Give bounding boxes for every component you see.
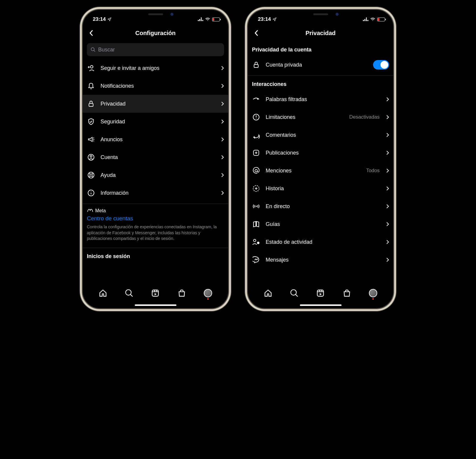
user-circle-icon <box>87 154 95 161</box>
avatar <box>204 289 212 297</box>
row-privacy[interactable]: Privacidad <box>83 95 228 113</box>
row-hidden-words[interactable]: Palabras filtradas <box>252 90 389 108</box>
wifi-icon <box>370 18 375 21</box>
row-label: Ayuda <box>101 172 216 178</box>
chevron-left-icon <box>254 30 259 36</box>
row-label: Notificaciones <box>101 83 216 89</box>
svg-point-22 <box>372 20 373 21</box>
home-indicator[interactable] <box>300 304 342 306</box>
svg-point-24 <box>257 98 258 100</box>
svg-point-6 <box>91 48 94 51</box>
lock-icon <box>252 61 260 68</box>
row-mentions[interactable]: Menciones Todos <box>252 162 389 180</box>
home-icon <box>264 289 272 297</box>
search-icon <box>290 289 298 297</box>
svg-rect-19 <box>366 18 367 19</box>
search-input[interactable]: Buscar <box>87 43 224 56</box>
story-icon <box>252 185 260 192</box>
settings-content: Buscar Seguir e invitar a amigos Notific… <box>83 41 228 284</box>
tab-search[interactable] <box>289 289 299 297</box>
back-button[interactable] <box>252 29 261 37</box>
row-notifications[interactable]: Notificaciones <box>87 77 224 95</box>
row-activity-status[interactable]: Estado de actividad <box>252 233 389 251</box>
row-about[interactable]: Información <box>87 184 224 202</box>
svg-rect-16 <box>152 290 159 296</box>
svg-rect-8 <box>89 103 93 106</box>
tab-reels[interactable] <box>151 289 160 297</box>
bell-icon <box>87 82 95 89</box>
tab-profile[interactable] <box>203 289 213 297</box>
row-label: Publicaciones <box>266 150 381 156</box>
row-label: Menciones <box>266 168 361 174</box>
row-comments[interactable]: Comentarios <box>252 126 389 144</box>
row-value: Todos <box>366 168 380 174</box>
row-ads[interactable]: Anuncios <box>87 131 224 148</box>
tab-profile[interactable] <box>368 289 378 297</box>
tab-home[interactable] <box>98 289 108 297</box>
tab-bar <box>83 284 228 308</box>
reels-icon <box>316 289 325 297</box>
live-icon <box>252 203 260 210</box>
tab-shop[interactable] <box>342 289 352 297</box>
meta-icon <box>87 209 93 213</box>
tab-bar <box>248 284 393 308</box>
svg-rect-18 <box>364 19 365 21</box>
svg-point-31 <box>253 239 256 242</box>
tab-reels[interactable] <box>316 289 325 297</box>
chevron-right-icon <box>386 204 389 209</box>
row-label: Limitaciones <box>266 114 344 120</box>
hidden-words-icon <box>252 95 260 103</box>
row-security[interactable]: Seguridad <box>87 113 224 131</box>
row-guides[interactable]: Guías <box>252 215 389 233</box>
row-story[interactable]: Historia <box>252 180 389 197</box>
row-posts[interactable]: Publicaciones <box>252 144 389 162</box>
activity-status-icon <box>252 238 260 246</box>
row-messages[interactable]: Mensajes <box>252 251 389 269</box>
row-private-account: Cuenta privada <box>252 56 389 74</box>
chevron-right-icon <box>221 137 224 142</box>
search-icon <box>125 289 133 297</box>
home-indicator[interactable] <box>135 304 176 306</box>
chevron-right-icon <box>221 155 224 160</box>
private-account-toggle[interactable] <box>373 60 389 70</box>
tab-shop[interactable] <box>177 289 187 297</box>
row-follow-invite[interactable]: Seguir e invitar a amigos <box>87 59 224 77</box>
page-title: Configuración <box>83 30 228 37</box>
row-help[interactable]: Ayuda <box>87 166 224 184</box>
row-account[interactable]: Cuenta <box>87 148 224 166</box>
chevron-right-icon <box>221 119 224 124</box>
chevron-right-icon <box>386 257 389 262</box>
accounts-center-desc: Controla la configuración de experiencia… <box>87 224 224 246</box>
accounts-center-link[interactable]: Centro de cuentas <box>87 215 224 224</box>
tab-search[interactable] <box>124 289 134 297</box>
row-label: Comentarios <box>266 132 381 138</box>
svg-point-28 <box>255 169 257 172</box>
tab-home[interactable] <box>263 289 273 297</box>
chevron-right-icon <box>386 240 389 244</box>
row-label: Privacidad <box>101 101 216 107</box>
phone-privacy: 23:14 Privacidad Privacidad de la cuenta… <box>247 9 394 309</box>
svg-rect-21 <box>367 20 368 21</box>
row-limits[interactable]: Limitaciones Desactivadas <box>252 108 389 126</box>
chevron-right-icon <box>221 66 224 70</box>
chevron-right-icon <box>386 97 389 102</box>
svg-point-14 <box>91 191 91 192</box>
chevron-right-icon <box>386 115 389 120</box>
svg-point-26 <box>256 118 256 119</box>
location-icon <box>273 17 277 21</box>
chevron-right-icon <box>221 173 224 177</box>
back-button[interactable] <box>87 29 96 37</box>
svg-point-5 <box>207 20 208 21</box>
shield-check-icon <box>87 118 95 125</box>
notification-dot <box>207 298 209 300</box>
svg-point-33 <box>291 290 297 295</box>
alert-circle-icon <box>252 114 260 121</box>
svg-rect-1 <box>199 19 200 21</box>
row-label: Seguir e invitar a amigos <box>101 65 216 71</box>
wifi-icon <box>205 18 210 21</box>
plus-square-icon <box>252 149 260 156</box>
phone-settings: 23:14 Configuración Buscar Seguir e invi… <box>82 9 229 309</box>
row-label: Seguridad <box>101 119 216 125</box>
row-live[interactable]: En directo <box>252 197 389 215</box>
svg-rect-20 <box>366 19 367 21</box>
